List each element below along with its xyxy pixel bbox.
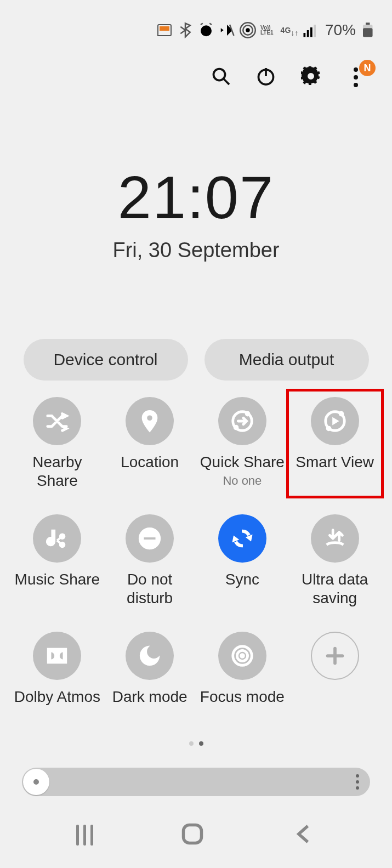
tile-nearby-share[interactable]: Nearby Share — [11, 397, 104, 501]
tile-dnd[interactable]: Do not disturb — [104, 514, 196, 619]
tile-smart-view[interactable]: Smart View — [288, 397, 381, 501]
tile-sublabel: No one — [223, 474, 262, 488]
svg-point-20 — [339, 412, 343, 416]
panel-action-bar: N — [0, 47, 392, 91]
nearby-share-icon[interactable] — [33, 397, 81, 445]
signal-icon — [302, 22, 319, 38]
svg-rect-7 — [310, 27, 313, 37]
alarm-icon — [198, 22, 214, 38]
svg-rect-11 — [366, 22, 370, 25]
focus-mode-icon[interactable] — [218, 632, 266, 680]
more-options-icon[interactable]: N — [346, 67, 366, 87]
tile-ultra-data[interactable]: Ultra data saving — [288, 514, 381, 619]
tile-label: Sync — [225, 570, 259, 589]
music-share-icon[interactable] — [33, 514, 81, 563]
volte-indicator: Vo)) LTE1 — [260, 22, 277, 38]
svg-point-12 — [214, 69, 225, 81]
page-indicator[interactable] — [0, 741, 392, 746]
svg-point-0 — [201, 25, 212, 36]
quick-share-icon[interactable] — [218, 397, 266, 445]
sync-icon[interactable] — [218, 514, 266, 563]
brightness-slider[interactable] — [22, 768, 370, 796]
tile-music-share[interactable]: Music Share — [11, 514, 104, 619]
quick-settings-grid: Nearby ShareLocationQuick ShareNo oneSma… — [0, 381, 392, 736]
nav-back-button[interactable] — [292, 822, 316, 848]
ultra-data-icon[interactable] — [311, 514, 359, 563]
status-bar: Vo)) LTE1 4G↓↑ 70% — [0, 0, 392, 47]
svg-point-21 — [326, 427, 331, 431]
bluetooth-icon — [177, 22, 194, 38]
search-icon[interactable] — [211, 66, 231, 88]
media-output-button[interactable]: Media output — [204, 339, 369, 381]
svg-point-17 — [246, 412, 250, 416]
tile-add-tile[interactable] — [288, 632, 381, 736]
page-dot-1[interactable] — [199, 741, 203, 746]
tile-label: Focus mode — [200, 688, 285, 706]
tile-label: Nearby Share — [13, 453, 101, 490]
hotspot-icon — [240, 22, 256, 38]
tile-quick-share[interactable]: Quick ShareNo one — [196, 397, 289, 501]
svg-rect-8 — [314, 25, 316, 37]
dark-mode-icon[interactable] — [126, 632, 174, 680]
brightness-menu-icon[interactable] — [356, 774, 359, 790]
nav-home-button[interactable] — [180, 822, 204, 848]
tile-dark-mode[interactable]: Dark mode — [104, 632, 196, 736]
tile-label: Dolby Atmos — [14, 688, 100, 706]
svg-rect-6 — [307, 30, 309, 37]
clock-area: 21:07 Fri, 30 September — [0, 162, 392, 262]
tile-sync[interactable]: Sync — [196, 514, 289, 619]
location-icon[interactable] — [126, 397, 174, 445]
tile-label: Location — [121, 453, 179, 472]
settings-gear-icon[interactable] — [301, 66, 321, 88]
clock-date: Fri, 30 September — [0, 239, 392, 262]
svg-rect-34 — [183, 825, 201, 843]
svg-rect-27 — [144, 537, 156, 540]
svg-rect-5 — [303, 33, 305, 37]
nav-recents-button[interactable] — [76, 825, 93, 846]
svg-point-31 — [240, 654, 245, 658]
dnd-icon[interactable] — [126, 514, 174, 563]
clock-time: 21:07 — [0, 162, 392, 232]
smart-view-icon[interactable] — [311, 397, 359, 445]
tile-dolby[interactable]: Dolby Atmos — [11, 632, 104, 736]
device-control-button[interactable]: Device control — [24, 339, 188, 381]
tile-label: Quick Share — [200, 453, 285, 472]
dolby-icon[interactable] — [33, 632, 81, 680]
svg-rect-10 — [363, 28, 373, 37]
cast-icon — [156, 22, 173, 38]
svg-point-2 — [246, 28, 250, 32]
network-type: 4G↓↑ — [281, 22, 298, 38]
tile-label: Music Share — [15, 570, 100, 589]
vibrate-icon — [219, 22, 235, 38]
navigation-bar — [0, 802, 392, 868]
svg-line-13 — [224, 79, 230, 85]
add-tile-icon[interactable] — [311, 632, 359, 680]
svg-point-18 — [234, 426, 238, 430]
tile-label: Smart View — [296, 453, 374, 472]
tile-label: Do not disturb — [106, 570, 194, 608]
battery-percentage: 70% — [325, 21, 356, 39]
account-avatar-badge[interactable]: N — [359, 60, 376, 76]
tile-label: Ultra data saving — [291, 570, 379, 608]
brightness-thumb[interactable] — [23, 769, 49, 795]
tile-focus-mode[interactable]: Focus mode — [196, 632, 289, 736]
battery-icon — [360, 22, 377, 38]
page-dot-0[interactable] — [189, 741, 194, 746]
tile-label: Dark mode — [112, 688, 188, 706]
power-icon[interactable] — [256, 66, 276, 88]
control-pills: Device control Media output — [0, 339, 392, 381]
tile-location[interactable]: Location — [104, 397, 196, 501]
